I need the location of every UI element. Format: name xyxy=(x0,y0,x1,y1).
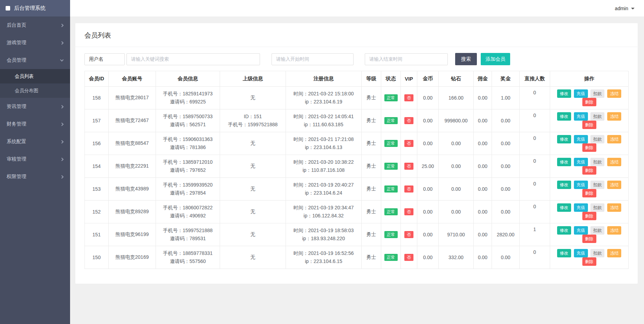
sidebar-item-audit[interactable]: 审核管理 xyxy=(0,150,70,168)
sidebar-item-finance[interactable]: 财务管理 xyxy=(0,115,70,133)
recharge-button[interactable]: 充值 xyxy=(574,203,588,212)
member-gold: 0.00 xyxy=(417,223,439,246)
delete-button[interactable]: 删除 xyxy=(582,143,596,152)
member-commission: 0.00 xyxy=(474,132,492,155)
submenu-item-label: 会员列表 xyxy=(15,73,34,80)
member-id: 154 xyxy=(85,155,109,178)
member-phone: 手机号：18859778331 xyxy=(156,249,220,257)
member-status: 正常 xyxy=(381,109,401,132)
recharge-button[interactable]: 充值 xyxy=(574,135,588,143)
chevron-right-icon xyxy=(60,175,64,178)
recharge-button[interactable]: 充值 xyxy=(574,89,588,98)
member-referrals: 0 xyxy=(520,132,550,155)
member-diamond: 166.00 xyxy=(439,87,474,109)
col-header-id: 会员ID xyxy=(85,71,109,87)
member-referrals: 0 xyxy=(520,246,550,269)
member-phone: 手机号：13599939520 xyxy=(156,181,220,189)
recharge-button[interactable]: 充值 xyxy=(574,181,588,189)
freeze-button[interactable]: 冻结 xyxy=(607,158,621,166)
vip-badge: 否 xyxy=(404,208,413,215)
sidebar-item-games[interactable]: 游戏管理 xyxy=(0,34,70,52)
keyword-input[interactable] xyxy=(126,53,260,65)
register-info: 时间：2021-03-21 17:21:08 ip：223.104.6.13 xyxy=(286,132,362,155)
sidebar-item-members[interactable]: 会员管理 xyxy=(0,52,70,69)
add-member-button[interactable]: 添加会员 xyxy=(481,53,510,65)
member-commission: 0.00 xyxy=(474,109,492,132)
sidebar-item-member-map[interactable]: 会员分布图 xyxy=(0,83,70,98)
sidebar-item-label: 权限管理 xyxy=(7,174,26,180)
delete-button[interactable]: 删除 xyxy=(582,212,596,220)
member-invite-code: 邀请码：781386 xyxy=(156,143,220,151)
freeze-button[interactable]: 冻结 xyxy=(607,135,621,143)
register-time: 时间：2021-03-19 20:40:27 xyxy=(286,181,361,189)
search-button[interactable]: 搜索 xyxy=(455,53,477,65)
member-table-header: 会员ID 会员账号 会员信息 上级信息 注册信息 等级 状态 VIP 金币 钻石… xyxy=(85,71,629,87)
member-invite-code: 邀请码：699225 xyxy=(156,98,220,106)
sidebar-item-permissions[interactable]: 权限管理 xyxy=(0,168,70,185)
freeze-button[interactable]: 冻结 xyxy=(607,89,621,98)
deduct-button[interactable]: 扣款 xyxy=(590,89,604,98)
deduct-button[interactable]: 扣款 xyxy=(590,135,604,143)
delete-button[interactable]: 删除 xyxy=(582,257,596,266)
table-row: 150 熊猫电竞20169 手机号：18859778331 邀请码：557560… xyxy=(85,246,629,269)
modify-button[interactable]: 修改 xyxy=(557,249,571,257)
modify-button[interactable]: 修改 xyxy=(557,226,571,235)
deduct-button[interactable]: 扣款 xyxy=(590,158,604,166)
member-account: 熊猫电竞89289 xyxy=(109,201,156,223)
modify-button[interactable]: 修改 xyxy=(557,135,571,143)
modify-button[interactable]: 修改 xyxy=(557,181,571,189)
member-invite-code: 邀请码：297854 xyxy=(156,189,220,197)
freeze-button[interactable]: 冻结 xyxy=(607,181,621,189)
delete-button[interactable]: 删除 xyxy=(582,189,596,197)
recharge-button[interactable]: 充值 xyxy=(574,112,588,121)
member-commission: 0.00 xyxy=(474,178,492,201)
modify-button[interactable]: 修改 xyxy=(557,158,571,166)
deduct-button[interactable]: 扣款 xyxy=(590,249,604,257)
sidebar-item-home[interactable]: 后台首页 xyxy=(0,16,70,34)
member-status: 正常 xyxy=(381,201,401,223)
parent-line1: 无 xyxy=(220,139,286,147)
delete-button[interactable]: 删除 xyxy=(582,166,596,175)
end-time-input[interactable] xyxy=(365,53,448,65)
vip-badge: 否 xyxy=(404,185,413,193)
register-time: 时间：2021-03-19 16:52:56 xyxy=(286,249,361,257)
deduct-button[interactable]: 扣款 xyxy=(590,112,604,121)
register-ip: ip：111.60.63.185 xyxy=(286,121,361,129)
search-field-select[interactable]: 用户名 xyxy=(84,53,125,65)
user-menu[interactable]: admin xyxy=(615,6,635,11)
deduct-button[interactable]: 扣款 xyxy=(590,226,604,235)
member-referrals: 1 xyxy=(520,223,550,246)
delete-button[interactable]: 删除 xyxy=(582,235,596,243)
parent-line1: 无 xyxy=(220,162,286,170)
delete-button[interactable]: 删除 xyxy=(582,121,596,129)
recharge-button[interactable]: 充值 xyxy=(574,226,588,235)
sidebar-item-news[interactable]: 资讯管理 xyxy=(0,98,70,115)
freeze-button[interactable]: 冻结 xyxy=(607,249,621,257)
member-referrals: 0 xyxy=(520,201,550,223)
recharge-button[interactable]: 充值 xyxy=(574,158,588,166)
member-id: 156 xyxy=(85,132,109,155)
recharge-button[interactable]: 充值 xyxy=(574,249,588,257)
row-actions: 修改 充值 扣款 冻结 删除 xyxy=(550,246,629,269)
member-referrals: 0 xyxy=(520,155,550,178)
deduct-button[interactable]: 扣款 xyxy=(590,203,604,212)
sidebar-item-member-list[interactable]: 会员列表 xyxy=(0,69,70,83)
delete-button[interactable]: 删除 xyxy=(582,98,596,106)
member-account: 熊猫电竞96199 xyxy=(109,223,156,246)
freeze-button[interactable]: 冻结 xyxy=(607,112,621,121)
freeze-button[interactable]: 冻结 xyxy=(607,203,621,212)
parent-line1: 无 xyxy=(220,208,286,216)
member-level: 勇士 xyxy=(362,246,381,269)
member-id: 158 xyxy=(85,87,109,109)
start-time-input[interactable] xyxy=(272,53,354,65)
modify-button[interactable]: 修改 xyxy=(557,112,571,121)
freeze-button[interactable]: 冻结 xyxy=(607,226,621,235)
deduct-button[interactable]: 扣款 xyxy=(590,181,604,189)
modify-button[interactable]: 修改 xyxy=(557,89,571,98)
col-header-info: 会员信息 xyxy=(156,71,220,87)
modify-button[interactable]: 修改 xyxy=(557,203,571,212)
member-referrals: 0 xyxy=(520,178,550,201)
status-badge: 正常 xyxy=(384,254,398,261)
sidebar-item-system-config[interactable]: 系统配置 xyxy=(0,133,70,150)
row-actions: 修改 充值 扣款 冻结 删除 xyxy=(550,223,629,246)
